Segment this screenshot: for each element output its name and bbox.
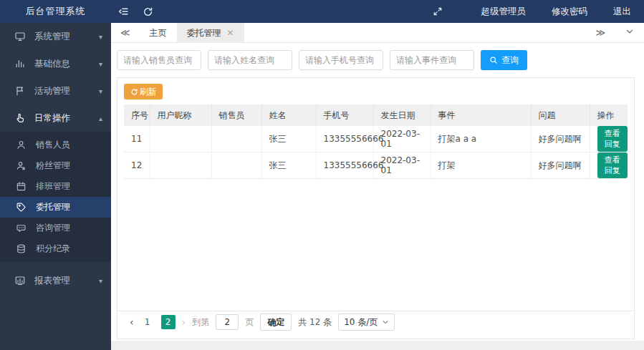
tag-icon xyxy=(16,202,27,213)
monitor-icon xyxy=(14,31,26,42)
confirm-page-button[interactable]: 确定 xyxy=(260,313,292,331)
chevron-down-icon: ▾ xyxy=(99,60,102,68)
menu-label: 排班管理 xyxy=(36,180,70,193)
sidebar-item-system-management[interactable]: 系统管理 ▾ xyxy=(0,23,111,50)
column-header-name: 姓名 xyxy=(261,104,316,126)
menu-label: 咨询管理 xyxy=(36,222,70,234)
chevron-up-icon: ▴ xyxy=(99,115,102,122)
column-header-event: 事件 xyxy=(431,104,531,126)
table-panel: 刷新 序号 用户昵称 销售员 姓名 手机号 发生日期 xyxy=(117,77,635,339)
page-size-label: 10 条/页 xyxy=(344,316,378,329)
table-row: 12 张三 13355556666 2022-03-01 打架 好多问题啊 查看… xyxy=(124,152,628,179)
menu-label: 日常操作 xyxy=(34,112,70,125)
view-reply-button[interactable]: 查看回复 xyxy=(597,126,628,152)
tabs-menu-chevron-icon[interactable] xyxy=(615,27,644,38)
total-count-label: 共 12 条 xyxy=(298,316,332,329)
sidebar-item-shift-management[interactable]: 排班管理 xyxy=(0,176,111,197)
column-header-operation: 操作 xyxy=(590,104,628,126)
sidebar-item-consultation-management[interactable]: 咨询管理 xyxy=(0,218,111,238)
sidebar-item-report-management[interactable]: 报表管理 ▾ xyxy=(0,267,111,294)
menu-label: 销售人员 xyxy=(36,139,70,151)
cell-salesperson xyxy=(211,126,261,152)
cell-event: 打架a a a xyxy=(431,126,531,152)
cell-salesperson xyxy=(211,152,261,179)
sidebar-item-points-record[interactable]: 积分纪录 xyxy=(0,238,111,259)
pagination-bar: ‹ 1 2 › 到第 页 确定 共 12 条 10 条/页 xyxy=(117,311,634,333)
topbar-right: 超级管理员 修改密码 退出 xyxy=(426,0,644,23)
cell-operation: 查看回复 xyxy=(590,152,628,179)
bar-chart-icon xyxy=(14,275,26,286)
sidebar-item-delegation-management[interactable]: 委托管理 xyxy=(0,197,111,218)
next-page-icon[interactable]: › xyxy=(182,316,186,328)
sidebar-item-basic-info[interactable]: 基础信息 ▾ xyxy=(0,50,111,77)
bars-icon xyxy=(14,58,26,69)
menu-label: 基础信息 xyxy=(34,58,70,70)
menu-label: 粉丝管理 xyxy=(36,160,70,172)
hand-pointer-icon xyxy=(14,112,26,124)
flag-icon xyxy=(14,85,26,97)
column-header-date: 发生日期 xyxy=(373,104,431,126)
salesperson-search-input[interactable] xyxy=(117,50,201,70)
refresh-button[interactable]: 刷新 xyxy=(124,84,163,99)
cell-nickname xyxy=(150,126,211,152)
tab-label: 委托管理 xyxy=(187,23,221,43)
search-row: 查询 xyxy=(117,50,644,70)
page-button-2[interactable]: 2 xyxy=(161,315,176,329)
page-button-1[interactable]: 1 xyxy=(140,315,155,329)
name-search-input[interactable] xyxy=(208,50,292,70)
main-area: ≪ 主页 委托管理 ✕ ≫ 查询 xyxy=(111,23,644,350)
chevron-down-icon: ▾ xyxy=(99,33,102,41)
close-icon[interactable]: ✕ xyxy=(227,23,234,43)
cell-phone: 13355556666 xyxy=(316,152,373,179)
person-star-icon xyxy=(16,160,27,172)
cell-event: 打架 xyxy=(431,152,531,179)
column-header-no: 序号 xyxy=(124,104,150,126)
cell-nickname xyxy=(150,152,211,179)
menu-label: 报表管理 xyxy=(34,275,70,287)
app-title: 后台管理系统 xyxy=(0,5,111,18)
cell-phone: 13355556666 xyxy=(316,126,373,152)
sidebar-item-daily-operations[interactable]: 日常操作 ▴ xyxy=(0,104,111,132)
logout-link[interactable]: 退出 xyxy=(600,0,644,23)
phone-search-input[interactable] xyxy=(299,50,383,70)
tab-bar: ≪ 主页 委托管理 ✕ ≫ xyxy=(111,23,644,43)
refresh-icon xyxy=(130,88,138,96)
fullscreen-icon[interactable] xyxy=(426,0,450,23)
person-icon xyxy=(16,140,27,151)
menu-label: 积分纪录 xyxy=(36,243,70,255)
search-icon xyxy=(489,56,498,64)
tabs-scroll-right-icon[interactable]: ≫ xyxy=(585,27,615,38)
goto-page-input[interactable] xyxy=(216,314,239,330)
current-user[interactable]: 超级管理员 xyxy=(468,0,539,23)
column-header-salesperson: 销售员 xyxy=(211,104,261,126)
tab-delegation-management[interactable]: 委托管理 ✕ xyxy=(177,23,244,43)
prev-page-icon[interactable]: ‹ xyxy=(130,316,134,328)
refresh-button-label: 刷新 xyxy=(140,86,157,98)
sidebar-item-fans-management[interactable]: 粉丝管理 xyxy=(0,155,111,176)
sidebar-item-sales-staff[interactable]: 销售人员 xyxy=(0,135,111,155)
query-button[interactable]: 查询 xyxy=(481,50,527,70)
view-reply-button[interactable]: 查看回复 xyxy=(597,152,628,178)
event-search-input[interactable] xyxy=(390,50,474,70)
goto-suffix-label: 页 xyxy=(245,316,254,329)
goto-prefix-label: 到第 xyxy=(192,316,209,329)
sidebar-item-activity-management[interactable]: 活动管理 ▾ xyxy=(0,77,111,104)
tabbar-right: ≫ xyxy=(585,27,644,38)
cell-name: 张三 xyxy=(261,152,316,179)
chat-bubble-icon xyxy=(16,223,27,234)
query-button-label: 查询 xyxy=(501,54,519,67)
database-icon xyxy=(16,243,27,255)
tabs-scroll-left-icon[interactable]: ≪ xyxy=(111,27,140,38)
refresh-page-icon[interactable] xyxy=(135,0,160,23)
daily-operations-submenu: 销售人员 粉丝管理 排班管理 委托管理 咨询管理 xyxy=(0,132,111,262)
table-header-row: 序号 用户昵称 销售员 姓名 手机号 发生日期 事件 问题 操作 xyxy=(124,104,628,126)
calendar-icon xyxy=(16,181,27,193)
menu-label: 活动管理 xyxy=(34,85,70,97)
tab-home[interactable]: 主页 xyxy=(140,23,177,43)
cell-name: 张三 xyxy=(261,126,316,152)
cell-problem: 好多问题啊 xyxy=(531,126,590,152)
menu-fold-icon[interactable] xyxy=(111,0,135,23)
page-content: 查询 刷新 序号 xyxy=(111,43,644,349)
change-password-link[interactable]: 修改密码 xyxy=(539,0,600,23)
page-size-select[interactable]: 10 条/页 xyxy=(338,313,395,331)
